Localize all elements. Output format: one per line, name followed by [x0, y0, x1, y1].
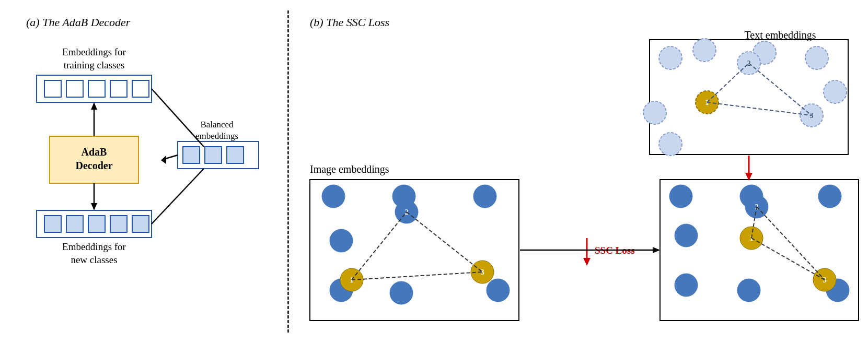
main-container: (a) The AdaB Decoder Embeddings for trai…: [0, 0, 868, 343]
svg-text:AdaB: AdaB: [82, 146, 107, 158]
svg-marker-14: [91, 203, 97, 210]
left-diagram: Embeddings for training classes AdaB Dec…: [26, 40, 267, 332]
svg-text:Balanced: Balanced: [200, 120, 234, 129]
svg-text:Decoder: Decoder: [75, 160, 112, 171]
svg-rect-18: [88, 216, 105, 232]
right-diagram: Text embeddings 1 2 3 Image em: [310, 34, 864, 343]
svg-text:3: 3: [823, 276, 827, 284]
svg-rect-24: [183, 147, 200, 163]
svg-rect-3: [44, 80, 61, 97]
svg-point-38: [805, 46, 828, 69]
svg-text:new classes: new classes: [71, 254, 117, 265]
svg-point-53: [322, 185, 345, 208]
svg-point-39: [824, 80, 847, 103]
left-panel: (a) The AdaB Decoder Embeddings for trai…: [16, 10, 277, 333]
svg-point-59: [487, 279, 510, 302]
svg-point-36: [693, 39, 716, 62]
right-panel: (b) The SSC Loss Text embeddings 1 2 3: [299, 10, 868, 333]
svg-point-56: [330, 229, 353, 252]
svg-text:Image embeddings: Image embeddings: [310, 163, 389, 175]
svg-marker-32: [161, 156, 166, 164]
svg-rect-5: [88, 80, 105, 97]
svg-point-75: [737, 279, 760, 302]
svg-marker-89: [583, 258, 591, 266]
svg-line-30: [152, 169, 204, 224]
svg-point-58: [390, 281, 413, 304]
svg-text:embeddings: embeddings: [195, 131, 238, 141]
svg-point-73: [675, 224, 698, 247]
svg-rect-17: [66, 216, 83, 232]
svg-point-72: [818, 185, 841, 208]
svg-text:Text embeddings: Text embeddings: [745, 29, 816, 41]
svg-rect-26: [227, 147, 244, 163]
right-title: (b) The SSC Loss: [310, 16, 864, 29]
svg-rect-20: [132, 216, 149, 232]
svg-marker-92: [653, 247, 660, 253]
svg-rect-4: [66, 80, 83, 97]
panel-divider: [287, 10, 289, 333]
svg-marker-9: [91, 102, 97, 110]
svg-line-29: [152, 89, 204, 147]
svg-rect-16: [44, 216, 61, 232]
left-title: (a) The AdaB Decoder: [26, 16, 130, 29]
svg-point-41: [659, 133, 682, 156]
svg-rect-7: [132, 80, 149, 97]
svg-point-74: [675, 274, 698, 297]
svg-text:training classes: training classes: [64, 60, 125, 70]
svg-rect-25: [205, 147, 222, 163]
svg-rect-19: [110, 216, 127, 232]
svg-point-40: [643, 101, 666, 124]
svg-point-35: [659, 46, 682, 69]
svg-text:Embeddings for: Embeddings for: [62, 46, 126, 57]
svg-point-70: [669, 185, 692, 208]
svg-point-55: [473, 185, 496, 208]
svg-rect-6: [110, 80, 127, 97]
svg-text:Embeddings for: Embeddings for: [62, 241, 126, 252]
